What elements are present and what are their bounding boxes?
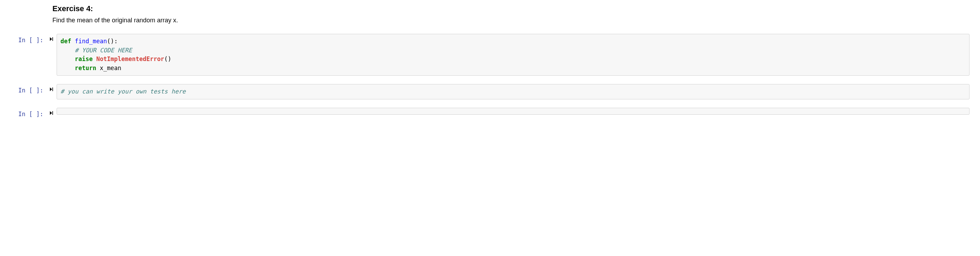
code-input[interactable]: def find_mean(): # YOUR CODE HERE raise …	[57, 34, 969, 76]
markdown-cell: Exercise 4: Find the mean of the origina…	[52, 0, 969, 34]
exercise-description: Find the mean of the original random arr…	[52, 17, 969, 24]
run-cell-button[interactable]	[45, 84, 57, 92]
comment: # YOUR CODE HERE	[75, 47, 132, 54]
exception-name: NotImplementedError	[96, 55, 164, 62]
code-cell: In [ ]:	[0, 108, 969, 117]
run-next-icon	[49, 36, 54, 41]
run-cell-button[interactable]	[45, 34, 57, 41]
code-input[interactable]	[57, 108, 969, 115]
code-text: ()	[164, 55, 171, 62]
exercise-heading: Exercise 4:	[52, 4, 969, 13]
input-prompt: In [ ]:	[0, 84, 45, 94]
code-text: x_mean	[96, 65, 121, 71]
code-input[interactable]: # you can write your own tests here	[57, 84, 969, 100]
comment: # you can write your own tests here	[60, 88, 186, 95]
input-prompt: In [ ]:	[0, 108, 45, 117]
input-prompt: In [ ]:	[0, 34, 45, 44]
run-cell-button[interactable]	[45, 108, 57, 115]
code-text: ():	[107, 38, 118, 45]
code-cell: In [ ]: # you can write your own tests h…	[0, 84, 969, 100]
keyword-return: return	[75, 65, 96, 71]
keyword-raise: raise	[75, 55, 92, 62]
code-cell: In [ ]: def find_mean(): # YOUR CODE HER…	[0, 34, 969, 76]
notebook: Exercise 4: Find the mean of the origina…	[0, 0, 980, 117]
run-next-icon	[49, 111, 54, 115]
run-next-icon	[49, 87, 54, 92]
function-name: find_mean	[75, 38, 107, 45]
keyword-def: def	[60, 38, 71, 45]
